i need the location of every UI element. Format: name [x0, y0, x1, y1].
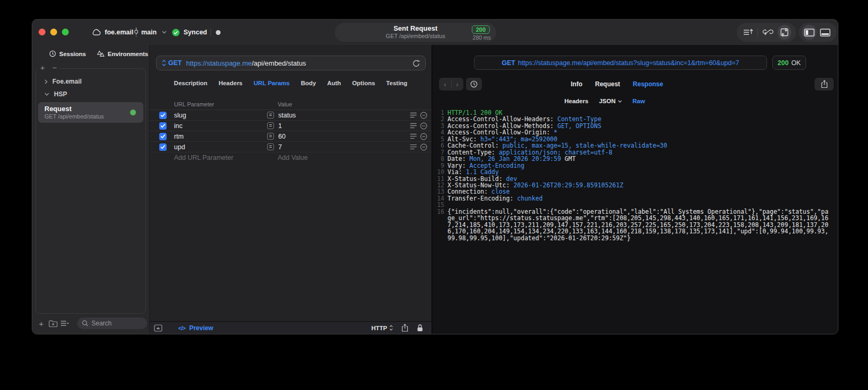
tab-environments[interactable]: Environments	[97, 50, 149, 57]
remove-param-icon[interactable]	[420, 122, 427, 130]
equals-icon[interactable]: =	[267, 133, 274, 140]
equals-icon[interactable]: =	[267, 112, 274, 119]
new-folder-icon[interactable]	[47, 318, 59, 329]
param-enabled-checkbox[interactable]	[159, 133, 167, 140]
tree-item-foe-email[interactable]: Foe.email	[36, 75, 145, 88]
code-icon: </>	[178, 325, 186, 331]
tab-options[interactable]: Options	[352, 80, 375, 86]
sent-request-pill[interactable]: Sent Request GET /api/embed/status 200 2…	[335, 23, 496, 42]
param-row[interactable]: slug = status	[150, 110, 432, 121]
branch-selector[interactable]: main	[134, 20, 167, 45]
toolbar-cluster-right	[799, 23, 837, 42]
drag-handle-icon[interactable]	[410, 123, 417, 129]
method-selector-icon[interactable]	[162, 60, 166, 66]
toggle-sidebar-icon[interactable]	[802, 25, 817, 40]
tree-item-label: Foe.email	[52, 78, 81, 85]
tab-url-params[interactable]: URL Params	[254, 80, 290, 86]
response-url-box[interactable]: GET https://statuspage.me/api/embed/stat…	[474, 56, 767, 70]
tab-response[interactable]: Response	[633, 80, 663, 88]
share-icon[interactable]	[401, 324, 408, 332]
titlebar: foe.email main Synced Sent Request GET /…	[32, 20, 838, 45]
response-url: https://statuspage.me/api/embed/status?s…	[518, 59, 739, 67]
sessions-tree-panel: Foe.email HSP Request GET /api/embed/sta…	[35, 68, 146, 314]
request-list-item-selected[interactable]: Request GET /api/embed/status	[38, 102, 143, 123]
add-session-button[interactable]: +	[40, 63, 45, 72]
subtab-json[interactable]: JSON	[599, 98, 622, 104]
preview-button[interactable]: </> Preview	[178, 324, 213, 332]
param-name[interactable]: slug	[174, 112, 267, 119]
request-url-bar[interactable]: GET https://statuspage.me /api/embed/sta…	[156, 56, 426, 70]
back-button[interactable]: ‹	[440, 80, 451, 88]
tab-request[interactable]: Request	[595, 80, 620, 88]
titlebar-divider	[211, 29, 211, 36]
param-row-icons	[410, 122, 427, 130]
subtab-raw[interactable]: Raw	[633, 98, 645, 104]
drag-handle-icon[interactable]	[410, 144, 417, 150]
param-name[interactable]: inc	[174, 122, 267, 130]
request-item-title: Request	[44, 105, 137, 113]
close-window-button[interactable]	[39, 29, 45, 35]
equals-icon[interactable]: =	[267, 143, 274, 150]
resend-request-icon[interactable]	[413, 59, 420, 67]
tab-testing[interactable]: Testing	[386, 80, 407, 86]
zoom-window-button[interactable]	[62, 29, 69, 35]
param-value[interactable]: status	[278, 112, 432, 119]
list-view-icon[interactable]	[59, 318, 70, 329]
tab-body[interactable]: Body	[301, 80, 316, 86]
request-footer-bar: </> Preview HTTP	[150, 321, 432, 334]
export-lines-icon[interactable]	[742, 25, 754, 40]
tab-description[interactable]: Description	[174, 80, 207, 86]
column-header-value: Value	[278, 101, 292, 107]
response-tabs: Info Request Response	[571, 78, 663, 90]
remove-param-icon[interactable]	[420, 143, 427, 151]
tab-info[interactable]: Info	[571, 80, 582, 88]
param-row[interactable]: inc = 1	[150, 121, 432, 131]
new-request-button[interactable]: +	[35, 318, 47, 329]
sync-loop-icon[interactable]	[762, 25, 773, 40]
sent-request-subtitle: GET /api/embed/status	[335, 33, 496, 39]
add-param-value-placeholder[interactable]: Add Value	[278, 154, 308, 161]
param-row[interactable]: rtm = 60	[150, 131, 432, 142]
remove-param-icon[interactable]	[420, 133, 427, 140]
export-response-button[interactable]	[815, 78, 834, 90]
subtab-headers[interactable]: Headers	[564, 98, 588, 104]
param-value[interactable]: 1	[278, 122, 432, 130]
search-input[interactable]: Search	[77, 318, 147, 329]
equals-icon[interactable]: =	[267, 122, 274, 129]
tab-headers[interactable]: Headers	[218, 80, 242, 86]
param-enabled-checkbox[interactable]	[159, 143, 167, 151]
param-value[interactable]: 7	[278, 143, 432, 151]
param-row-icons	[410, 133, 427, 140]
remove-session-button[interactable]: −	[52, 63, 57, 72]
project-selector[interactable]: foe.email	[92, 20, 133, 45]
show-panel-icon[interactable]	[154, 324, 162, 332]
lock-icon[interactable]	[417, 324, 423, 332]
request-method: GET	[168, 59, 182, 67]
response-status-text: OK	[791, 59, 801, 67]
add-param-name-placeholder[interactable]: Add URL Parameter	[174, 154, 233, 161]
response-body[interactable]: 1HTTP/1.1 200 OK2Access-Control-Allow-He…	[432, 110, 837, 334]
param-row[interactable]: upd = 7	[150, 142, 432, 152]
remove-param-icon[interactable]	[420, 112, 427, 119]
tab-auth[interactable]: Auth	[327, 80, 341, 86]
minimize-window-button[interactable]	[50, 29, 57, 35]
git-branch-icon	[134, 28, 139, 37]
sync-status[interactable]: Synced	[172, 20, 207, 45]
tab-sessions[interactable]: Sessions	[49, 50, 86, 57]
drag-handle-icon[interactable]	[410, 133, 417, 139]
param-name[interactable]: upd	[174, 143, 267, 151]
import-request-icon[interactable]	[778, 25, 791, 40]
toggle-bottom-panel-icon[interactable]	[819, 25, 832, 40]
param-value[interactable]: 60	[278, 133, 432, 140]
tree-item-hsp[interactable]: HSP	[36, 88, 145, 101]
app-window: foe.email main Synced Sent Request GET /…	[32, 19, 838, 334]
add-param-row[interactable]: Add URL Parameter Add Value	[150, 152, 432, 163]
history-button[interactable]	[466, 78, 482, 90]
param-name[interactable]: rtm	[174, 133, 267, 140]
protocol-selector[interactable]: HTTP	[371, 325, 393, 331]
param-enabled-checkbox[interactable]	[159, 112, 167, 119]
drag-handle-icon[interactable]	[410, 112, 417, 118]
param-enabled-checkbox[interactable]	[159, 122, 167, 130]
tree-item-label: HSP	[54, 90, 67, 98]
forward-button[interactable]: ›	[452, 80, 463, 88]
